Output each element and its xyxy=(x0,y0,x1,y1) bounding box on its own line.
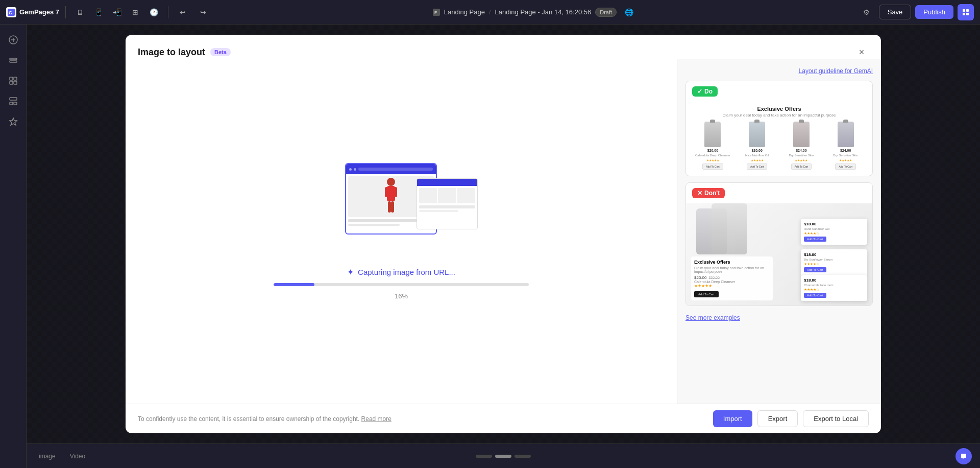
svg-rect-5 xyxy=(966,9,969,12)
product-name: Calendula Deep Cleanser xyxy=(695,154,730,157)
see-more-link[interactable]: See more examples xyxy=(685,312,873,323)
sidebar-components-icon[interactable] xyxy=(4,92,22,110)
desktop-icon[interactable]: 🖥 xyxy=(72,4,88,20)
app-logo[interactable]: G GemPages 7 xyxy=(6,7,59,17)
product-stars: ★★★★★ xyxy=(706,158,719,162)
svg-rect-17 xyxy=(10,98,17,100)
svg-rect-16 xyxy=(14,81,17,84)
svg-rect-14 xyxy=(14,77,17,80)
footer-notice-text: To confidently use the content, it is es… xyxy=(138,415,359,423)
product-stars: ★★★★★ xyxy=(751,158,764,162)
add-to-cart-btn[interactable]: Add To Cart xyxy=(702,163,723,170)
overlap-card-1: $18.00 Hand Sanitizer Gel ★★★★☆ Add To C… xyxy=(801,219,867,245)
mobile-icon[interactable]: 📲 xyxy=(109,4,125,20)
history-icon[interactable]: 🕐 xyxy=(145,4,162,20)
save-button[interactable]: Save xyxy=(879,5,912,19)
overlap-text-block: Exclusive Offers Claim your deal today a… xyxy=(691,256,773,300)
do-card-header: ✓ Do xyxy=(686,81,872,102)
breadcrumb-page: Landing Page xyxy=(444,8,485,16)
device-icons: 🖥 📱 📲 ⊞ 🕐 xyxy=(72,4,162,20)
app-name: GemPages 7 xyxy=(19,8,59,16)
overlap-bottle-2 xyxy=(712,203,747,254)
app-settings-button[interactable] xyxy=(958,4,974,20)
dot-2 xyxy=(495,455,511,458)
bottom-tab-image[interactable]: image xyxy=(35,451,60,462)
modal-title-row: Image to layout Beta xyxy=(138,47,231,58)
add-to-cart-btn[interactable]: Add To Cart xyxy=(835,163,855,170)
sidebar-add-icon[interactable] xyxy=(4,31,22,49)
checkmark-icon: ✓ xyxy=(697,88,702,95)
tablet-icon[interactable]: 📱 xyxy=(90,4,107,20)
svg-rect-13 xyxy=(10,77,13,80)
svg-rect-15 xyxy=(10,81,13,84)
undo-icon[interactable]: ↩ xyxy=(175,4,191,20)
svg-rect-11 xyxy=(10,58,17,60)
modal-close-button[interactable]: × xyxy=(854,45,869,59)
publish-button[interactable]: Publish xyxy=(915,5,953,19)
svg-rect-24 xyxy=(393,187,397,197)
dont-card: ✕ Don't $18.00 Hand Sanitizer xyxy=(685,182,873,306)
bottom-bar: image Video xyxy=(27,443,980,468)
separator xyxy=(65,6,66,18)
add-to-cart-btn[interactable]: Add To Cart xyxy=(747,163,767,170)
preview-image-area xyxy=(345,163,457,255)
dont-add-btn[interactable]: Add To Cart xyxy=(694,291,719,297)
separator2 xyxy=(168,6,168,18)
svg-rect-7 xyxy=(966,13,969,15)
bottom-tab-video[interactable]: Video xyxy=(66,451,89,462)
product-stars: ★★★★★ xyxy=(839,158,852,162)
dont-price: $20.00 xyxy=(694,275,706,280)
draft-badge: Draft xyxy=(595,8,617,17)
add-to-cart-btn[interactable]: Add To Cart xyxy=(791,163,812,170)
export-local-button[interactable]: Export to Local xyxy=(803,410,869,427)
breadcrumb-detail: Landing Page - Jan 14, 16:20:56 xyxy=(495,8,592,16)
layout-icon[interactable]: ⊞ xyxy=(127,4,143,20)
dont-image-background: $18.00 Hand Sanitizer Gel ★★★★☆ Add To C… xyxy=(686,203,872,306)
globe-icon[interactable]: 🌐 xyxy=(621,4,637,20)
product-grid-preview: Exclusive Offers Claim your deal today a… xyxy=(686,102,872,176)
dont-card-content: $18.00 Hand Sanitizer Gel ★★★★☆ Add To C… xyxy=(686,203,872,306)
import-button[interactable]: Import xyxy=(713,410,752,427)
read-more-link[interactable]: Read more xyxy=(361,415,391,423)
bottom-dots xyxy=(476,455,531,458)
do-badge: ✓ Do xyxy=(692,86,718,97)
capturing-text: Capturing image from URL... xyxy=(358,268,455,276)
svg-rect-18 xyxy=(10,102,13,105)
svg-text:G: G xyxy=(9,10,12,15)
svg-text:P: P xyxy=(434,10,437,15)
sidebar-ai-icon[interactable] xyxy=(4,112,22,131)
product-price: $20.00 xyxy=(751,149,762,152)
modal-footer: To confidently use the content, it is es… xyxy=(126,404,881,433)
modal-body: ✦ Capturing image from URL... 16% Layout… xyxy=(126,59,881,404)
settings-icon[interactable]: ⚙ xyxy=(859,4,875,20)
logo-icon: G xyxy=(6,7,16,17)
x-icon: ✕ xyxy=(697,190,702,197)
svg-marker-20 xyxy=(10,118,17,125)
product-grid: $20.00 Calendula Deep Cleanser ★★★★★ Add… xyxy=(692,122,866,170)
footer-notice: To confidently use the content, it is es… xyxy=(138,415,391,423)
svg-rect-23 xyxy=(385,187,389,197)
left-sidebar xyxy=(0,25,27,468)
svg-rect-6 xyxy=(963,13,965,15)
product-name: Nice Nutriflow Oil xyxy=(745,154,769,157)
spark-icon: ✦ xyxy=(347,267,354,277)
beta-badge: Beta xyxy=(210,48,231,56)
chat-button[interactable] xyxy=(955,448,972,464)
dot-1 xyxy=(476,455,492,458)
breadcrumb-separator: / xyxy=(489,8,491,16)
sidebar-layers-icon[interactable] xyxy=(4,51,22,69)
dont-label: Don't xyxy=(704,190,720,197)
product-price: $20.00 xyxy=(707,149,718,152)
sidebar-grid-icon[interactable] xyxy=(4,72,22,90)
export-button[interactable]: Export xyxy=(757,410,798,427)
page-icon: P xyxy=(433,9,440,16)
product-bottle-icon xyxy=(749,122,765,147)
dont-card-header: ✕ Don't xyxy=(686,183,872,203)
dont-badge: ✕ Don't xyxy=(692,188,725,198)
redo-icon[interactable]: ↪ xyxy=(195,4,211,20)
product-name: Dry Sensitive Skin xyxy=(833,154,858,157)
guideline-link[interactable]: Layout guideline for GemAI xyxy=(685,67,873,75)
modal-overlay: Image to layout Beta × xyxy=(27,25,980,443)
product-item: $24.00 Dry Sensitive Skin ★★★★★ Add To C… xyxy=(825,122,866,170)
product-grid-title: Exclusive Offers xyxy=(692,106,866,112)
